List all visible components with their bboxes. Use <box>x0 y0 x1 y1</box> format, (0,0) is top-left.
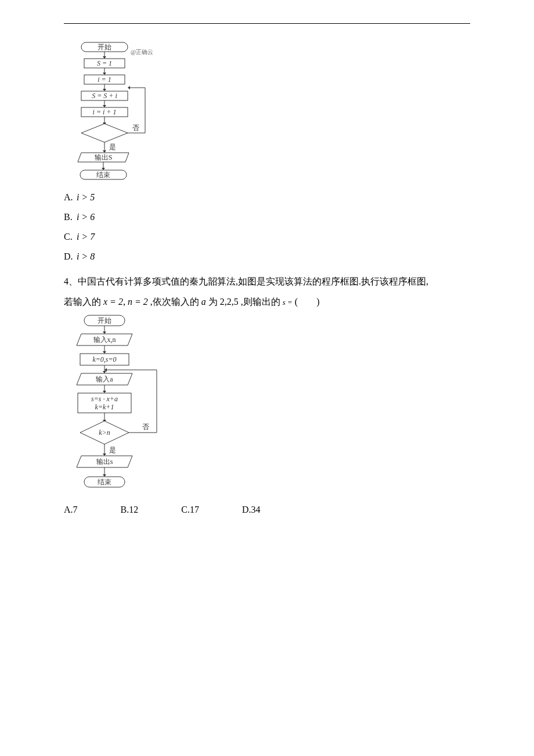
q4-no: 否 <box>142 423 149 431</box>
q3-start-text: 开始 <box>98 43 111 51</box>
q4-in1: 输入x,n <box>93 336 116 344</box>
q3-opt-a-label: A. <box>64 192 74 203</box>
q3-end: 结束 <box>96 171 110 179</box>
q3-no: 否 <box>132 124 139 132</box>
svg-marker-37 <box>103 391 106 393</box>
page: 开始 @正确云 S = 1 i = 1 S = S + i i = i + 1 <box>0 0 534 538</box>
svg-marker-2 <box>103 56 106 59</box>
svg-marker-21 <box>103 150 106 153</box>
q4-line2c: 为 2,2,5 ,则输出的 <box>208 297 283 307</box>
q4-flowchart: 开始 输入x,n k=0,s=0 输入a s=s · x+a k=k+1 <box>64 314 470 500</box>
q4-line2b: ,依次输入的 <box>150 297 201 307</box>
q4-opt-d: D.34 <box>242 505 261 515</box>
svg-marker-31 <box>103 351 106 354</box>
q4-avar: a <box>201 297 206 307</box>
q3-opt-d-label: D. <box>64 251 74 262</box>
q4-in2: 输入a <box>96 375 113 383</box>
q4-options: A.7 B.12 C.17 D.34 <box>64 505 470 515</box>
q3-option-b: B. i > 6 <box>64 212 470 222</box>
q4-line1: 4、中国古代有计算多项式值的秦九韶算法,如图是实现该算法的程序框图.执行该程序框… <box>64 276 428 286</box>
q4-eq1: x = 2, n = 2 <box>103 297 148 307</box>
q3-flowchart: 开始 @正确云 S = 1 i = 1 S = S + i i = i + 1 <box>64 41 470 186</box>
q3-watermark: @正确云 <box>131 49 153 55</box>
top-rule <box>64 23 470 24</box>
q4-a2a: s=s · x+a <box>91 395 118 403</box>
q4-end: 结束 <box>98 478 111 486</box>
q4-a2b: k=k+1 <box>95 403 114 411</box>
q3-opt-c-label: C. <box>64 232 74 242</box>
q4-seq: s = <box>283 298 293 307</box>
q3-option-a: A. i > 5 <box>64 192 470 203</box>
q3-option-d: D. i > 8 <box>64 251 470 262</box>
q4-out: 输出s <box>96 458 113 466</box>
svg-marker-15 <box>81 124 128 142</box>
svg-marker-50 <box>103 474 106 477</box>
q3-yes: 是 <box>109 143 116 151</box>
q3-opt-a-expr: i > 5 <box>77 192 95 202</box>
q3-a3: S = S + i <box>92 92 117 100</box>
q4-yes: 是 <box>109 446 116 454</box>
svg-marker-34 <box>103 371 106 373</box>
q4-opt-c: C.17 <box>181 505 199 515</box>
q4-opt-a: A.7 <box>64 505 78 515</box>
svg-marker-24 <box>102 168 105 170</box>
q4-a1: k=0,s=0 <box>92 355 116 363</box>
q4-line2a: 若输入的 <box>64 297 103 307</box>
q3-out: 输出S <box>95 153 113 161</box>
q3-opt-d-expr: i > 8 <box>77 251 95 261</box>
q4-cond: k>n <box>99 429 110 437</box>
q4-start: 开始 <box>98 316 111 325</box>
svg-marker-47 <box>103 453 106 456</box>
q3-flow-svg: 开始 @正确云 S = 1 i = 1 S = S + i i = i + 1 <box>64 41 163 186</box>
svg-marker-11 <box>103 105 106 107</box>
q3-option-c: C. i > 7 <box>64 232 470 242</box>
q4-line2d: ( ) <box>295 297 320 307</box>
q3-a2: i = 1 <box>98 75 111 84</box>
q4-opt-b: B.12 <box>121 505 139 515</box>
q3-a1: S = 1 <box>97 59 112 67</box>
svg-marker-19 <box>128 86 130 89</box>
q3-opt-b-expr: i > 6 <box>77 212 95 222</box>
svg-marker-28 <box>103 332 106 334</box>
svg-marker-5 <box>103 73 106 75</box>
q3-opt-b-label: B. <box>64 212 74 222</box>
q4-flow-svg: 开始 输入x,n k=0,s=0 输入a s=s · x+a k=k+1 <box>64 314 174 500</box>
q4-text: 4、中国古代有计算多项式值的秦九韶算法,如图是实现该算法的程序框图.执行该程序框… <box>64 271 470 312</box>
q3-opt-c-expr: i > 7 <box>77 232 95 242</box>
q3-a4: i = i + 1 <box>93 108 117 116</box>
svg-marker-8 <box>103 89 106 91</box>
